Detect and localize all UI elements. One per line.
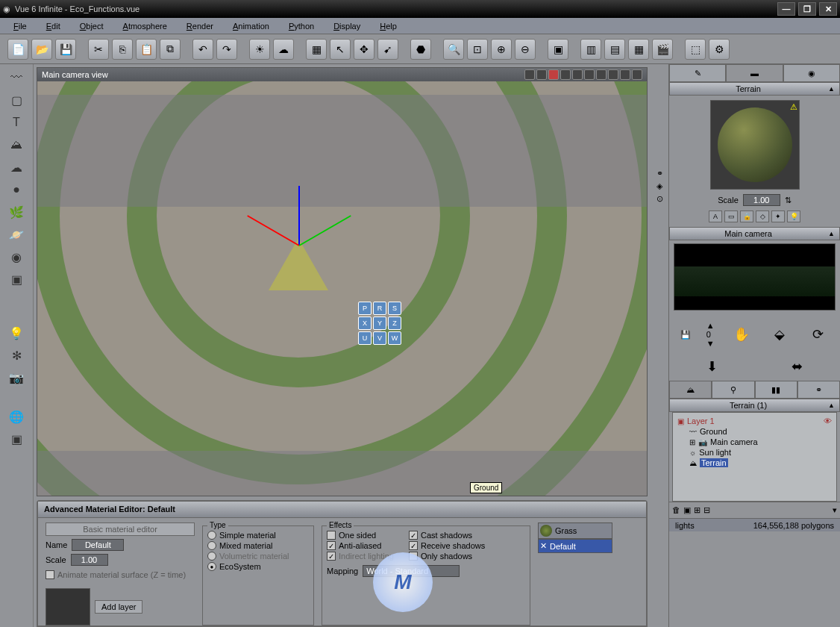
cloud-tool-icon[interactable]: ☁ <box>5 157 28 178</box>
minimize-button[interactable]: — <box>777 2 795 16</box>
zoom-cam-icon[interactable]: ⬇ <box>700 355 723 378</box>
lock-icon[interactable]: 🔒 <box>740 210 753 222</box>
color-palette-button[interactable]: ⬣ <box>410 39 431 60</box>
text-mode-icon[interactable]: A <box>709 210 722 222</box>
receive-shadows-checkbox[interactable] <box>409 541 418 550</box>
new-layer-icon[interactable]: ▣ <box>683 505 691 515</box>
water-tool-icon[interactable]: 〰 <box>5 67 28 88</box>
menu-file[interactable]: File <box>6 20 34 32</box>
layout2-button[interactable]: ▤ <box>604 39 625 60</box>
tree-main-camera[interactable]: ⊞ 📷 Main camera <box>677 437 832 447</box>
new-file-button[interactable]: 📄 <box>7 39 28 60</box>
menu-display[interactable]: Display <box>326 20 368 32</box>
vp-option-icon[interactable] <box>584 69 595 80</box>
layer-default-label[interactable]: Default <box>550 542 576 551</box>
pointer-tool-button[interactable]: ➹ <box>377 39 398 60</box>
layer-action-icon[interactable]: ✕ <box>540 541 547 551</box>
menu-animation[interactable]: Animation <box>225 20 277 32</box>
save-file-button[interactable]: 💾 <box>55 39 76 60</box>
collapse-icon[interactable]: ▲ <box>825 85 838 93</box>
focus-icon[interactable]: ◈ <box>656 181 662 191</box>
vp-option-icon[interactable] <box>548 69 559 80</box>
planet-tool-icon[interactable]: 🪐 <box>5 224 28 245</box>
dolly-cam-icon[interactable]: ⬌ <box>786 355 809 378</box>
scale-stepper-icon[interactable]: ⇅ <box>785 196 792 205</box>
world-tab[interactable]: ⛰ <box>669 381 712 399</box>
ungroup-icon[interactable]: ⊟ <box>703 505 710 515</box>
plant-tool-icon[interactable]: 🌿 <box>5 202 28 222</box>
gizmo-handles[interactable]: PRS XYZ UVW <box>358 302 401 345</box>
cast-shadows-checkbox[interactable] <box>409 531 418 540</box>
rock-tool-icon[interactable]: ● <box>5 179 28 200</box>
menu-edit[interactable]: Edit <box>39 20 68 32</box>
wireframe-icon[interactable]: ✦ <box>771 210 785 222</box>
text-tool-icon[interactable]: T <box>5 112 28 133</box>
menu-object[interactable]: Object <box>72 20 111 32</box>
panel-tab-material[interactable]: ▬ <box>726 64 783 82</box>
simple-material-radio[interactable] <box>207 531 216 540</box>
zoom-tool-button[interactable]: 🔍 <box>443 39 464 60</box>
close-button[interactable]: ✕ <box>819 2 837 16</box>
vp-option-icon[interactable] <box>560 69 571 80</box>
animation-button[interactable]: 🎬 <box>652 39 673 60</box>
copy-button[interactable]: ⎘ <box>112 39 133 60</box>
undo-button[interactable]: ↶ <box>192 39 213 60</box>
panel-tab-brush[interactable]: ✎ <box>669 64 726 82</box>
link-tab[interactable]: ⚭ <box>797 381 840 399</box>
cube-tool-icon[interactable]: ▢ <box>5 90 28 110</box>
pan-icon[interactable]: ✋ <box>730 323 753 346</box>
zoom-out-button[interactable]: ⊖ <box>515 39 536 60</box>
search-tab[interactable]: ⚲ <box>712 381 754 399</box>
filter-icon[interactable]: ▾ <box>833 505 837 515</box>
ecosystem-radio[interactable] <box>207 562 216 571</box>
ecosystem-tool-icon[interactable]: 🌐 <box>5 406 28 427</box>
render-button[interactable]: ▣ <box>548 39 568 60</box>
camera-tool-icon[interactable]: 📷 <box>5 367 28 388</box>
clouds-button[interactable]: ☁ <box>273 39 294 60</box>
primitive-tool-icon[interactable]: ▣ <box>5 269 28 290</box>
paste-button[interactable]: 📋 <box>136 39 157 60</box>
collapse-icon[interactable]: ▲ <box>825 230 838 237</box>
link-icon[interactable]: ⚭ <box>656 169 663 178</box>
target-icon[interactable]: ⊙ <box>656 194 663 204</box>
visibility-icon[interactable]: ◇ <box>756 210 769 222</box>
animate-checkbox[interactable] <box>46 570 54 579</box>
save-cam-icon[interactable]: 💾 <box>680 330 691 340</box>
visibility-icon[interactable]: 👁 <box>824 417 832 425</box>
rotate-icon[interactable]: ⟳ <box>806 323 829 346</box>
terrain-tool-icon[interactable]: ⛰ <box>5 134 28 155</box>
one-sided-checkbox[interactable] <box>327 531 336 540</box>
viewport[interactable]: Main camera view <box>37 67 648 496</box>
vp-option-icon[interactable] <box>524 69 535 80</box>
render-region-button[interactable]: ⬚ <box>685 39 706 60</box>
scene-tree[interactable]: ▣ Layer 1 👁 〰 Ground ⊞ 📷 Main camera ☼ S… <box>672 412 837 502</box>
tree-ground[interactable]: 〰 Ground <box>677 426 832 437</box>
material-name-input[interactable]: Default <box>72 539 124 551</box>
light-tool-icon[interactable]: 💡 <box>5 322 28 343</box>
menu-python[interactable]: Python <box>281 20 322 32</box>
atmosphere-button[interactable]: ☀ <box>249 39 270 60</box>
layer-grass-label[interactable]: Grass <box>555 526 577 535</box>
select-tool-button[interactable]: ↖ <box>330 39 351 60</box>
library-tab[interactable]: ▮▮ <box>755 381 797 399</box>
select-mode-icon[interactable]: ▭ <box>724 210 738 222</box>
vp-option-icon[interactable] <box>632 69 642 80</box>
mixed-material-radio[interactable] <box>207 541 216 550</box>
collapse-icon[interactable]: ▲ <box>825 402 838 409</box>
menu-render[interactable]: Render <box>179 20 221 32</box>
menu-help[interactable]: Help <box>372 20 404 32</box>
metablob-tool-icon[interactable]: ◉ <box>5 246 28 267</box>
cut-button[interactable]: ✂ <box>88 39 109 60</box>
open-file-button[interactable]: 📂 <box>31 39 52 60</box>
fan-tool-icon[interactable]: ✻ <box>5 345 28 366</box>
vp-option-icon[interactable] <box>596 69 607 80</box>
duplicate-button[interactable]: ⧉ <box>160 39 181 60</box>
menu-atmosphere[interactable]: Atmosphere <box>116 20 175 32</box>
material-preview[interactable]: ⚠ <box>710 100 800 190</box>
zoom-reset-button[interactable]: ⊡ <box>467 39 488 60</box>
wireframe-button[interactable]: ▦ <box>306 39 327 60</box>
light-icon[interactable]: 💡 <box>787 210 800 222</box>
group-icon[interactable]: ⊞ <box>694 505 700 515</box>
terrain-scale-input[interactable]: 1.00 <box>743 194 780 206</box>
layout1-button[interactable]: ▥ <box>580 39 601 60</box>
